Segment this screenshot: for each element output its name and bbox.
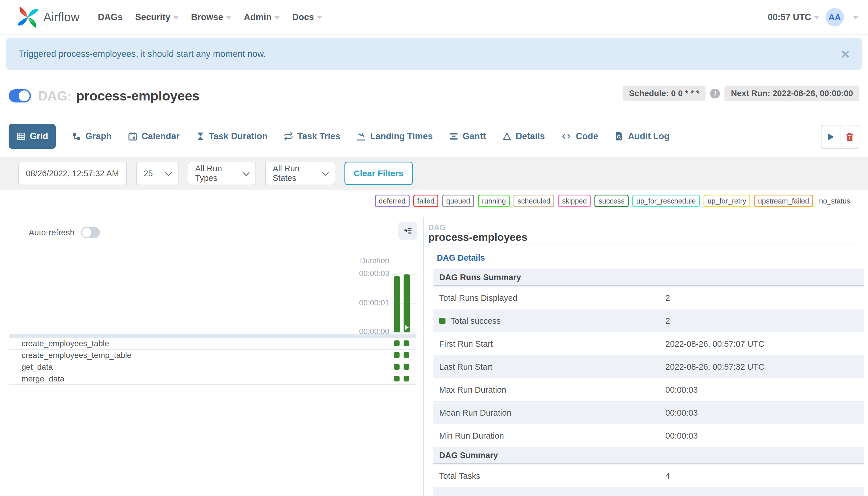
toggle-details-panel-button[interactable] <box>399 221 417 240</box>
legend-no-status: no_status <box>819 197 850 205</box>
legend-skipped[interactable]: skipped <box>558 195 591 207</box>
tab-details[interactable]: Details <box>502 131 545 141</box>
airflow-logo <box>16 5 40 29</box>
nav-item-dags[interactable]: DAGs <box>98 12 123 22</box>
auto-refresh-toggle[interactable] <box>81 227 100 238</box>
task-row[interactable]: create_employees_temp_table <box>9 350 416 361</box>
row-label: Total success <box>439 316 665 326</box>
legend-queued[interactable]: queued <box>442 195 474 207</box>
legend-up-for-reschedule[interactable]: up_for_reschedule <box>632 195 700 207</box>
tab-audit-log[interactable]: Audit Log <box>614 131 670 141</box>
info-icon[interactable]: i <box>710 89 720 98</box>
nav-item-docs[interactable]: Docs <box>292 12 322 22</box>
row-label: Total Tasks <box>439 471 665 481</box>
task-instance-success[interactable] <box>404 340 409 346</box>
collapse-panel-icon <box>403 226 413 236</box>
task-row[interactable]: merge_data <box>9 373 416 385</box>
legend-deferred[interactable]: deferred <box>375 195 409 207</box>
task-name[interactable]: get_data <box>21 362 53 372</box>
row-value: 00:00:03 <box>665 431 698 440</box>
duration-tick-1s: 00:00:01 <box>332 298 389 307</box>
task-instance-success[interactable] <box>394 352 400 358</box>
dag-run-bar-2[interactable] <box>404 275 410 332</box>
chevron-down-icon[interactable] <box>853 16 858 19</box>
task-row[interactable]: create_employees_table <box>9 338 416 350</box>
legend-up-for-retry[interactable]: up_for_retry <box>703 195 750 207</box>
dag-details-table: DAG Runs Summary Total Runs Displayed 2 … <box>433 269 864 496</box>
tab-task-tries[interactable]: Task Tries <box>283 131 340 141</box>
success-indicator-icon <box>439 318 446 324</box>
task-row[interactable]: get_data <box>9 361 416 373</box>
chevron-down-icon <box>814 16 819 19</box>
tab-code[interactable]: Code <box>561 131 598 141</box>
task-instance-success[interactable] <box>404 376 409 382</box>
grid-icon <box>16 131 26 141</box>
run-types-select[interactable]: All Run Types <box>188 161 256 185</box>
table-row: Total success 2 <box>433 309 864 332</box>
page-size-select[interactable]: 25 <box>136 161 179 185</box>
duration-tick-3s: 00:00:03 <box>332 269 389 278</box>
delete-dag-button[interactable] <box>840 125 859 149</box>
run-states-select[interactable]: All Run States <box>265 161 335 185</box>
dag-action-buttons <box>821 125 859 149</box>
legend-success[interactable]: success <box>594 195 628 207</box>
trigger-dag-button[interactable] <box>822 125 840 149</box>
nav-item-admin[interactable]: Admin <box>244 12 280 22</box>
row-value: 2 <box>665 316 670 326</box>
nav-item-security[interactable]: Security <box>135 12 178 22</box>
duration-axis-title: Duration <box>332 256 389 265</box>
task-instance-success[interactable] <box>394 364 400 370</box>
task-name[interactable]: create_employees_table <box>21 339 109 348</box>
task-instance-success[interactable] <box>394 376 400 382</box>
chevron-down-icon <box>226 16 231 19</box>
clear-filters-button[interactable]: Clear Filters <box>344 161 413 185</box>
table-row: Mean Run Duration 00:00:03 <box>433 401 864 424</box>
tab-landing-times[interactable]: Landing Times <box>356 131 433 141</box>
auto-refresh-label: Auto-refresh <box>29 228 75 237</box>
tab-graph[interactable]: Graph <box>72 131 112 141</box>
navbar: Airflow DAGs Security Browse Admin Docs … <box>0 0 868 35</box>
legend-upstream-failed[interactable]: upstream_failed <box>754 195 813 207</box>
task-name[interactable]: create_employees_temp_table <box>21 351 131 360</box>
nav-item-browse[interactable]: Browse <box>191 12 231 22</box>
legend-failed[interactable]: failed <box>413 195 438 207</box>
chevron-down-icon <box>322 169 329 176</box>
avatar[interactable]: AA <box>825 8 844 27</box>
task-list: create_employees_table create_employees_… <box>9 338 416 385</box>
trigger-alert-banner: Triggered process-employees, it should s… <box>6 38 862 70</box>
chevron-down-icon <box>317 16 322 19</box>
legend-running[interactable]: running <box>478 195 510 207</box>
row-value: 00:00:03 <box>665 408 698 418</box>
table-section-header: DAG Summary <box>433 447 864 464</box>
play-icon <box>826 132 836 142</box>
dag-run-bar-1[interactable] <box>394 276 400 332</box>
dag-pause-toggle[interactable] <box>9 89 31 103</box>
table-row: Total Tasks 4 <box>433 464 864 487</box>
dag-view-tabs: Grid Graph Calendar Task Duration Task T… <box>9 124 859 149</box>
dag-title: process-employees <box>76 88 200 104</box>
task-name[interactable]: merge_data <box>21 374 64 384</box>
chevron-down-icon <box>165 169 172 176</box>
table-row: Max Run Duration 00:00:03 <box>433 378 864 401</box>
row-value: 2 <box>665 293 670 303</box>
manual-run-play-icon <box>405 325 409 330</box>
task-instance-success[interactable] <box>394 340 400 346</box>
tab-grid[interactable]: Grid <box>9 124 56 149</box>
auto-refresh-control: Auto-refresh <box>29 227 100 238</box>
table-row: Min Run Duration 00:00:03 <box>433 424 864 447</box>
legend-scheduled[interactable]: scheduled <box>513 195 554 207</box>
base-date-input[interactable] <box>18 161 127 185</box>
status-legend: deferred failed queued running scheduled… <box>375 195 850 207</box>
tab-task-duration[interactable]: Task Duration <box>196 131 267 141</box>
tab-gantt[interactable]: Gantt <box>449 131 486 141</box>
task-instance-success[interactable] <box>404 352 409 358</box>
details-dag-name: process-employees <box>428 231 528 244</box>
close-icon[interactable]: × <box>841 46 850 61</box>
dag-details-link[interactable]: DAG Details <box>437 253 485 263</box>
task-instance-success[interactable] <box>404 364 409 370</box>
panel-divider <box>423 217 424 496</box>
row-value: 2022-08-26, 00:57:07 UTC <box>665 339 764 349</box>
details-triangle-icon <box>502 131 512 141</box>
timezone-selector[interactable]: 00:57 UTC <box>768 12 819 22</box>
tab-calendar[interactable]: Calendar <box>128 131 180 141</box>
